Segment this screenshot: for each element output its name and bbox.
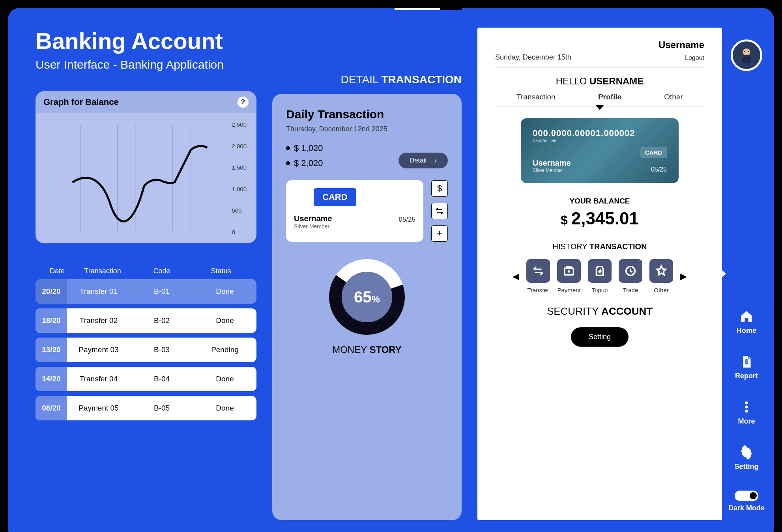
cell-date: 18/20 [36, 308, 67, 333]
cell-code: B-01 [130, 287, 193, 296]
topup-action-button[interactable] [588, 259, 612, 283]
cell-name: Transfer 02 [67, 316, 130, 325]
page-subtitle: User Interface - Banking Application [36, 58, 256, 71]
cell-code: B-03 [130, 345, 193, 354]
trade-action-button[interactable] [619, 259, 642, 283]
card-member-tier: Silver Member [533, 168, 571, 173]
progress-indicator [395, 8, 462, 10]
cell-name: Payment 03 [67, 345, 130, 354]
table-row[interactable]: 20/20 Transfer 01 B-01 Done [36, 279, 256, 304]
card-member-tier: Silver Member [294, 223, 415, 230]
ytick: 500 [232, 207, 247, 214]
th-date: Date [41, 267, 73, 275]
ytick: 1,500 [232, 164, 247, 171]
prev-arrow-icon[interactable]: ◀ [513, 271, 519, 282]
balance-line-chart [45, 121, 247, 235]
chevron-right-icon: › [434, 157, 437, 164]
other-action-button[interactable] [649, 259, 673, 283]
detail-button[interactable]: Detail › [398, 153, 448, 168]
cell-date: 14/20 [36, 367, 67, 391]
money-story-donut: 65% [327, 258, 406, 336]
ytick: 0 [232, 229, 247, 235]
svg-text:$: $ [745, 358, 748, 365]
cell-name: Transfer 04 [67, 375, 130, 383]
balance-amount: 2,345.01 [495, 209, 704, 228]
card-username: Username [294, 214, 415, 223]
hello-greeting: HELLO USERNAME [495, 76, 704, 87]
action-label: Topup [592, 287, 608, 293]
daily-transaction-card: Daily Transaction Thursday, December 12n… [272, 94, 462, 520]
avatar[interactable] [731, 39, 762, 71]
card-type-badge: CARD [640, 147, 667, 158]
cell-status: Done [193, 404, 256, 413]
nav-home[interactable]: Home [728, 309, 765, 335]
action-label: Other [654, 287, 669, 293]
ytick: 2,500 [232, 121, 247, 128]
card-expiry: 05/25 [651, 166, 667, 173]
card-badge: CARD [314, 188, 356, 206]
table-row[interactable]: 18/20 Transfer 02 B-02 Done [36, 308, 256, 333]
cell-code: B-04 [130, 375, 193, 383]
credit-card[interactable]: 000.0000.00001.000002 Card Number CARD U… [521, 118, 679, 183]
plus-icon[interactable]: + [431, 225, 448, 242]
tab-profile[interactable]: Profile [598, 93, 621, 101]
nav-indicator-icon [720, 268, 726, 279]
svg-point-19 [745, 410, 748, 413]
cell-name: Payment 05 [67, 404, 130, 413]
balance-label: YOUR BALANCE [495, 197, 704, 205]
money-story-label: MONEY STORY [332, 344, 402, 355]
profile-panel: Sunday, December 15th Username Logout HE… [477, 28, 722, 520]
mini-card[interactable]: CARD Username Silver Member 05/25 [286, 180, 423, 242]
svg-point-18 [745, 405, 748, 409]
svg-point-14 [744, 51, 745, 52]
card-expiry: 05/25 [398, 216, 415, 224]
table-row[interactable]: 13/20 Payment 03 B-03 Pending [36, 338, 256, 362]
cell-date: 13/20 [36, 338, 67, 362]
daily-date: Thursday, December 12nd 2025 [286, 125, 448, 133]
logout-link[interactable]: Logout [659, 54, 704, 62]
action-label: Transfer [527, 287, 549, 293]
card-number-label: Card Number [533, 138, 667, 143]
svg-rect-13 [742, 57, 751, 63]
card-holder-name: Username [533, 159, 571, 168]
detail-transaction-heading: DETAIL TRANSACTION [272, 73, 462, 86]
nav-setting[interactable]: Setting [728, 445, 765, 471]
next-arrow-icon[interactable]: ▶ [680, 271, 687, 282]
cell-date: 08/20 [36, 396, 67, 420]
tab-transaction[interactable]: Transaction [516, 93, 556, 101]
payment-action-button[interactable] [557, 259, 581, 283]
nav-report[interactable]: $ Report [728, 355, 765, 380]
help-icon[interactable]: ? [238, 97, 249, 108]
cell-code: B-05 [130, 404, 193, 413]
cell-code: B-02 [130, 316, 193, 325]
amount-item: $ 2,020 [286, 158, 323, 168]
username-label: Username [659, 39, 704, 50]
setting-button[interactable]: Setting [571, 327, 629, 347]
action-label: Payment [557, 287, 580, 293]
svg-point-15 [748, 51, 749, 52]
nav-dark-mode[interactable]: Dark Mode [728, 491, 765, 512]
security-label: SECURITY ACCOUNT [495, 305, 704, 317]
cell-status: Done [193, 316, 256, 325]
card-number: 000.0000.00001.000002 [533, 128, 667, 138]
transfer-action-button[interactable] [526, 259, 550, 283]
balance-chart-card: Graph for Balance ? 2,500 2,000 1,5 [36, 91, 256, 243]
table-row[interactable]: 14/20 Transfer 04 B-04 Done [36, 367, 256, 391]
amount-item: $ 1,020 [286, 143, 323, 153]
dollar-icon[interactable]: $ [431, 180, 448, 197]
ytick: 1,000 [232, 186, 247, 192]
table-row[interactable]: 08/20 Payment 05 B-05 Done [36, 396, 256, 420]
tab-other[interactable]: Other [664, 93, 683, 101]
action-label: Trade [623, 287, 638, 293]
transfer-icon[interactable] [431, 203, 448, 219]
nav-more[interactable]: More [728, 400, 765, 426]
page-title: Banking Account [36, 28, 256, 54]
current-date: Sunday, December 15th [495, 53, 571, 62]
th-status: Status [191, 267, 251, 275]
cell-name: Transfer 01 [67, 287, 130, 296]
transaction-table: Date Transaction Code Status 20/20 Trans… [36, 263, 256, 425]
th-transaction: Transaction [73, 267, 132, 275]
daily-title: Daily Transaction [286, 108, 448, 121]
balance-chart-title: Graph for Balance [43, 97, 119, 107]
dark-mode-toggle[interactable] [735, 491, 758, 501]
